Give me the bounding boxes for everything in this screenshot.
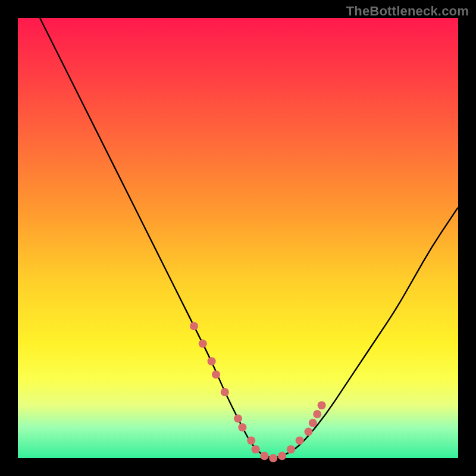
highlight-dots [190,322,326,462]
highlight-dot [234,414,242,422]
watermark-text: TheBottleneck.com [346,4,469,19]
highlight-dot [252,445,260,453]
highlight-dot [212,370,220,378]
chart-svg [18,18,458,458]
highlight-dot [269,454,277,462]
highlight-dot [287,445,295,453]
highlight-dot [278,452,286,460]
bottleneck-curve [40,18,458,458]
highlight-dot [247,436,255,444]
highlight-dot [238,423,246,431]
highlight-dot [296,436,304,444]
highlight-dot [309,419,317,427]
highlight-dot [221,388,229,396]
chart-frame: TheBottleneck.com [0,0,476,476]
highlight-dot [260,452,268,460]
highlight-dot [318,401,326,409]
highlight-dot [199,340,207,348]
highlight-dot [304,428,312,436]
highlight-dot [190,322,198,330]
highlight-dot [208,357,216,365]
chart-plot-area [18,18,458,458]
highlight-dot [313,410,321,418]
